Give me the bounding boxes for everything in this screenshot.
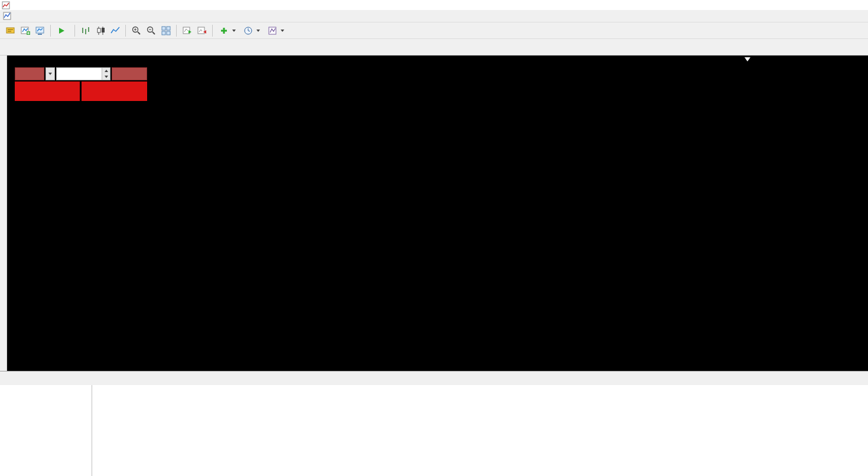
chart-window-icon [3, 12, 11, 20]
timeframe-bar [0, 39, 868, 56]
zoom-out-button[interactable] [144, 24, 158, 37]
main-toolbar [0, 22, 868, 39]
chevron-down-icon [256, 30, 260, 32]
tile-windows-button[interactable] [158, 24, 173, 37]
terminal-close-icon[interactable] [94, 390, 101, 397]
chevron-down-icon [232, 30, 236, 32]
toolbar-separator [50, 25, 51, 37]
new-chart-button[interactable] [18, 24, 32, 37]
volume-decrease-button[interactable] [102, 74, 110, 80]
chevron-up-icon [105, 70, 108, 72]
chevron-down-icon [281, 30, 284, 32]
sell-button[interactable] [15, 67, 44, 80]
indicators-button[interactable] [216, 24, 240, 37]
time-axis[interactable] [7, 359, 868, 371]
zoom-in-button[interactable] [129, 24, 144, 37]
chevron-down-icon [48, 73, 52, 75]
autotrade-button[interactable] [54, 24, 71, 37]
candlestick-mode-button[interactable] [93, 24, 108, 37]
buy-price-display[interactable] [82, 81, 147, 101]
new-order-button[interactable] [3, 24, 18, 37]
terminal-panel [92, 385, 868, 476]
templates-button[interactable] [264, 24, 288, 37]
auto-scroll-button[interactable] [180, 24, 194, 37]
one-click-trading-panel [15, 67, 147, 101]
toolbar-separator [212, 25, 213, 37]
toolbar-separator [176, 25, 177, 37]
play-icon [58, 27, 65, 34]
volume-input[interactable] [57, 68, 102, 80]
title-bar [0, 0, 868, 10]
chevron-down-icon [105, 76, 108, 78]
candlestick-chart[interactable] [7, 56, 868, 359]
toolbar-separator [74, 25, 75, 37]
chart-header [17, 58, 22, 66]
chart-area[interactable] [7, 56, 868, 359]
app-icon [2, 1, 10, 9]
volume-box [56, 67, 110, 80]
chart-tabbar [0, 371, 868, 385]
chart-shift-marker[interactable] [745, 57, 750, 61]
chart-shift-button[interactable] [194, 24, 209, 37]
sell-price-display[interactable] [15, 81, 80, 101]
toolbar-separator [125, 25, 126, 37]
periods-button[interactable] [240, 24, 264, 37]
profiles-button[interactable] [32, 24, 47, 37]
line-chart-mode-button[interactable] [108, 24, 122, 37]
volume-increase-button[interactable] [102, 68, 110, 74]
chart-left-strip [0, 56, 7, 371]
close-icon[interactable] [1, 57, 6, 64]
volume-dropdown-button[interactable] [45, 67, 55, 80]
buy-button[interactable] [112, 67, 147, 80]
menu-bar [0, 10, 868, 22]
bar-chart-mode-button[interactable] [78, 24, 93, 37]
